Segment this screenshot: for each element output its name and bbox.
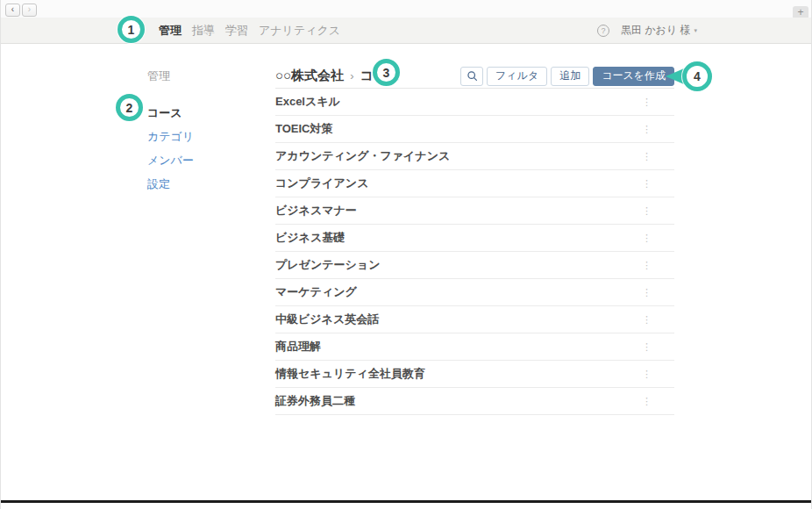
course-title: ビジネスマナー bbox=[275, 203, 357, 219]
breadcrumb-separator-icon: › bbox=[350, 69, 353, 82]
course-row[interactable]: 証券外務員二種 ⋮ bbox=[275, 388, 674, 415]
help-icon[interactable]: ? bbox=[597, 25, 609, 37]
course-title: Excelスキル bbox=[275, 94, 340, 110]
nav-tab-gakushu[interactable]: 学習 bbox=[225, 23, 248, 39]
filter-button[interactable]: フィルタ bbox=[487, 67, 547, 86]
sidebar: 管理 コース カテゴリ メンバー 設定 bbox=[147, 69, 248, 201]
course-row[interactable]: アカウンティング・ファイナンス ⋮ bbox=[275, 143, 674, 170]
course-row[interactable]: マーケティング ⋮ bbox=[275, 279, 674, 306]
sidebar-item-courses[interactable]: コース bbox=[147, 106, 248, 119]
app-window: ‹ › + 管理 指導 学習 アナリティクス ? 黒田 かおり 様 ▾ 管理 コ… bbox=[0, 0, 812, 509]
kebab-menu-icon[interactable]: ⋮ bbox=[642, 369, 674, 380]
sidebar-heading: 管理 bbox=[147, 69, 248, 82]
course-title: 証券外務員二種 bbox=[275, 393, 355, 409]
callout-marker-4: 4 bbox=[682, 61, 712, 91]
course-title: 中級ビジネス英会話 bbox=[275, 312, 379, 327]
course-title: アカウンティング・ファイナンス bbox=[275, 148, 450, 164]
nav-tab-shidou[interactable]: 指導 bbox=[192, 23, 215, 39]
kebab-menu-icon[interactable]: ⋮ bbox=[642, 341, 674, 353]
user-menu[interactable]: 黒田 かおり 様 ▾ bbox=[621, 23, 697, 38]
kebab-menu-icon[interactable]: ⋮ bbox=[642, 205, 674, 217]
forward-button[interactable]: › bbox=[22, 4, 37, 17]
nav-tab-analytics[interactable]: アナリティクス bbox=[259, 23, 340, 39]
course-row[interactable]: Excelスキル ⋮ bbox=[275, 89, 674, 116]
kebab-menu-icon[interactable]: ⋮ bbox=[642, 260, 674, 271]
main-content: ○○株式会社 › コース フィルタ 追加 コースを作成 Excelスキル ⋮ T bbox=[275, 66, 674, 415]
kebab-menu-icon[interactable]: ⋮ bbox=[642, 396, 674, 407]
course-title: ビジネス基礎 bbox=[275, 230, 345, 246]
sidebar-item-members[interactable]: メンバー bbox=[147, 154, 248, 167]
callout-marker-3: 3 bbox=[373, 59, 400, 86]
course-title: プレゼンテーション bbox=[275, 257, 380, 273]
add-button[interactable]: 追加 bbox=[551, 67, 589, 86]
kebab-menu-icon[interactable]: ⋮ bbox=[642, 151, 674, 162]
create-course-button[interactable]: コースを作成 bbox=[593, 67, 674, 86]
callout-marker-1: 1 bbox=[118, 16, 145, 43]
course-list: Excelスキル ⋮ TOEIC対策 ⋮ アカウンティング・ファイナンス ⋮ コ… bbox=[275, 89, 674, 415]
window-bottom-edge bbox=[1, 500, 811, 503]
course-row[interactable]: 情報セキュリティ全社員教育 ⋮ bbox=[275, 361, 674, 388]
nav-tab-kanri[interactable]: 管理 bbox=[159, 23, 182, 39]
kebab-menu-icon[interactable]: ⋮ bbox=[642, 97, 674, 108]
nav-tabs: 管理 指導 学習 アナリティクス bbox=[159, 23, 340, 39]
course-row[interactable]: 商品理解 ⋮ bbox=[275, 333, 674, 361]
course-title: コンプライアンス bbox=[275, 176, 368, 191]
kebab-menu-icon[interactable]: ⋮ bbox=[642, 287, 674, 298]
course-row[interactable]: プレゼンテーション ⋮ bbox=[275, 252, 674, 279]
course-title: 情報セキュリティ全社員教育 bbox=[275, 366, 425, 382]
chevron-down-icon: ▾ bbox=[694, 27, 697, 34]
course-row[interactable]: コンプライアンス ⋮ bbox=[275, 170, 674, 197]
sidebar-item-categories[interactable]: カテゴリ bbox=[147, 130, 248, 143]
toolbar: フィルタ 追加 コースを作成 bbox=[460, 67, 674, 86]
nav-right-group: ? 黒田 かおり 様 ▾ bbox=[597, 23, 697, 38]
callout-marker-2: 2 bbox=[116, 94, 143, 121]
callout-pointer-icon bbox=[666, 68, 684, 84]
course-row[interactable]: ビジネスマナー ⋮ bbox=[275, 197, 674, 225]
course-title: TOEIC対策 bbox=[275, 121, 333, 137]
search-icon bbox=[467, 70, 478, 82]
kebab-menu-icon[interactable]: ⋮ bbox=[642, 314, 674, 326]
breadcrumb-root[interactable]: ○○株式会社 bbox=[275, 68, 344, 84]
course-row[interactable]: ビジネス基礎 ⋮ bbox=[275, 225, 674, 252]
search-button[interactable] bbox=[460, 67, 483, 86]
course-title: マーケティング bbox=[275, 284, 357, 300]
back-button[interactable]: ‹ bbox=[5, 4, 20, 17]
course-row[interactable]: 中級ビジネス英会話 ⋮ bbox=[275, 306, 674, 333]
course-title: 商品理解 bbox=[275, 339, 321, 355]
user-name: 黒田 かおり 様 bbox=[621, 23, 691, 38]
kebab-menu-icon[interactable]: ⋮ bbox=[642, 233, 674, 244]
course-row[interactable]: TOEIC対策 ⋮ bbox=[275, 116, 674, 143]
kebab-menu-icon[interactable]: ⋮ bbox=[642, 124, 674, 135]
kebab-menu-icon[interactable]: ⋮ bbox=[642, 178, 674, 190]
browser-chrome-bar: ‹ › + bbox=[1, 0, 811, 18]
sidebar-item-settings[interactable]: 設定 bbox=[147, 177, 248, 190]
main-header: ○○株式会社 › コース フィルタ 追加 コースを作成 bbox=[275, 66, 674, 89]
